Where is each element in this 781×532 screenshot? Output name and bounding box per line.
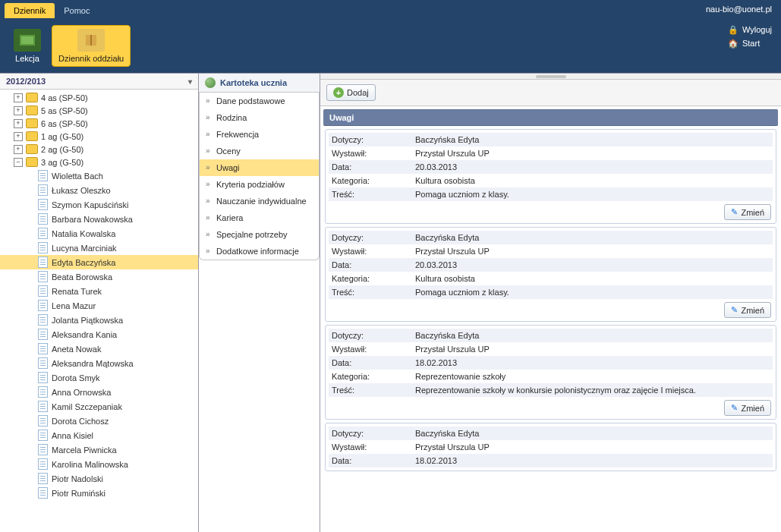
card-actions: ✎Zmień [329, 397, 773, 416]
tree-student-item[interactable]: Dorota Cichosz [0, 414, 198, 428]
ribbon-dziennik-button[interactable]: Dziennik oddziału [52, 25, 131, 67]
expand-icon[interactable]: + [14, 106, 23, 115]
top-tab-pomoc[interactable]: Pomoc [55, 3, 99, 18]
subnav-item[interactable]: Rodzina [200, 109, 319, 126]
top-tab-dziennik[interactable]: Dziennik [5, 3, 55, 18]
field-label: Treść: [332, 386, 415, 395]
tree-student-item[interactable]: Piotr Rumiński [0, 486, 198, 500]
tree-item-label: 4 as (SP-50) [41, 93, 88, 102]
document-icon [38, 430, 48, 441]
tree-item-label: Lucyna Marciniak [52, 244, 117, 253]
tree-student-item[interactable]: Aneta Nowak [0, 342, 198, 356]
subnav-item[interactable]: Dane podstawowe [200, 93, 319, 109]
collapse-icon[interactable]: − [14, 158, 23, 167]
subnav-item[interactable]: Frekwencja [200, 126, 319, 143]
tree-student-item[interactable]: Edyta Baczyńska [0, 255, 198, 269]
subnav-item[interactable]: Nauczanie indywidualne [200, 193, 319, 209]
folder-icon [26, 105, 38, 115]
tree-folder[interactable]: +2 ag (G-50) [0, 143, 198, 156]
start-link[interactable]: 🏠 Start [729, 36, 772, 50]
field-value: 20.03.2013 [415, 162, 770, 172]
tree-item-label: 6 as (SP-50) [41, 119, 88, 128]
subnav-item[interactable]: Uwagi [200, 159, 319, 176]
subnav-item[interactable]: Dodatkowe informacje [200, 243, 319, 260]
tree-item-label: Beata Borowska [52, 272, 112, 282]
document-icon [38, 257, 48, 268]
subnav-item[interactable]: Kryteria podziałów [200, 176, 319, 193]
tree-student-item[interactable]: Marcela Piwnicka [0, 442, 198, 457]
folder-icon [26, 93, 38, 102]
tree-item-label: 3 ag (G-50) [41, 158, 83, 167]
tree-folder[interactable]: +1 ag (G-50) [0, 130, 198, 143]
field-row: Data:20.03.2013 [329, 160, 773, 174]
tree-student-item[interactable]: Kamil Szczepaniak [0, 399, 198, 414]
folder-icon [26, 131, 38, 141]
document-icon [38, 242, 48, 253]
tree-student-item[interactable]: Aleksandra Kania [0, 327, 198, 342]
document-icon [38, 329, 48, 340]
subnav-item[interactable]: Oceny [200, 143, 319, 159]
tree-item-label: Edyta Baczyńska [52, 258, 115, 267]
svg-rect-1 [21, 36, 33, 44]
tree-folder[interactable]: +6 as (SP-50) [0, 117, 198, 130]
splitter-handle[interactable] [320, 74, 781, 80]
edit-button[interactable]: ✎Zmień [724, 204, 771, 220]
field-row: Wystawił:Przystał Urszula UP [329, 146, 773, 160]
tree-folder[interactable]: +5 as (SP-50) [0, 104, 198, 117]
remark-card: Dotyczy:Baczyńska EdytaWystawił:Przystał… [325, 325, 776, 420]
document-icon [38, 199, 48, 210]
tree-student-item[interactable]: Dorota Smyk [0, 370, 198, 385]
tree-student-item[interactable]: Anna Kisiel [0, 428, 198, 442]
svg-rect-3 [90, 35, 92, 46]
subnav-item[interactable]: Kariera [200, 209, 319, 226]
tree-folder[interactable]: +4 as (SP-50) [0, 91, 198, 104]
student-icon [205, 77, 216, 88]
document-icon [38, 401, 48, 412]
logout-link[interactable]: 🔒 Wyloguj [729, 23, 772, 36]
year-selector[interactable]: 2012/2013 ▾ [0, 74, 198, 90]
folder-icon [26, 157, 38, 167]
tree-student-item[interactable]: Wioletta Bach [0, 168, 198, 183]
tree[interactable]: +4 as (SP-50)+5 as (SP-50)+6 as (SP-50)+… [0, 90, 198, 532]
tree-student-item[interactable]: Natalia Kowalska [0, 226, 198, 241]
tree-item-label: Łukasz Oleszko [52, 186, 111, 195]
edit-button-label: Zmień [741, 208, 764, 217]
tree-student-item[interactable]: Szymon Kapuściński [0, 197, 198, 212]
tree-student-item[interactable]: Lena Mazur [0, 298, 198, 313]
tree-student-item[interactable]: Łukasz Oleszko [0, 183, 198, 197]
tree-item-label: Kamil Szczepaniak [52, 402, 122, 411]
tree-student-item[interactable]: Karolina Malinowska [0, 457, 198, 471]
tree-item-label: Anna Ornowska [52, 388, 111, 397]
field-value: Przystał Urszula UP [415, 247, 770, 256]
tree-student-item[interactable]: Anna Ornowska [0, 385, 198, 399]
edit-button[interactable]: ✎Zmień [724, 302, 771, 318]
expand-icon[interactable]: + [14, 145, 23, 154]
edit-button[interactable]: ✎Zmień [724, 400, 771, 416]
expand-icon[interactable]: + [14, 119, 23, 128]
expand-icon[interactable]: + [14, 132, 23, 141]
field-row: Kategoria:Kultura osobista [329, 174, 773, 187]
tree-item-label: Barbara Nowakowska [52, 215, 133, 224]
ribbon-lekcja-button[interactable]: Lekcja [6, 26, 49, 66]
add-button[interactable]: + Dodaj [326, 84, 376, 101]
tree-item-label: Natalia Kowalska [52, 229, 115, 238]
field-row: Treść:Pomaga uczniom z klasy. [329, 285, 773, 299]
field-label: Data: [332, 358, 415, 367]
tree-student-item[interactable]: Lucyna Marciniak [0, 241, 198, 255]
subnav-item[interactable]: Specjalne potrzeby [200, 226, 319, 243]
ribbon-links: 🔒 Wyloguj 🏠 Start [729, 23, 772, 50]
tree-student-item[interactable]: Beata Borowska [0, 269, 198, 284]
tree-student-item[interactable]: Renata Turek [0, 284, 198, 298]
tree-student-item[interactable]: Aleksandra Mątowska [0, 356, 198, 370]
records-scroll[interactable]: Uwagi Dotyczy:Baczyńska EdytaWystawił:Pr… [320, 106, 781, 532]
tree-student-item[interactable]: Jolanta Piątkowska [0, 313, 198, 327]
tree-student-item[interactable]: Piotr Nadolski [0, 471, 198, 486]
field-value: Pomaga uczniom z klasy. [415, 288, 770, 297]
tree-student-item[interactable]: Barbara Nowakowska [0, 212, 198, 226]
field-row: Treść:Reprezentowanie szkoły w konkursie… [329, 383, 773, 397]
ribbon-dziennik-label: Dziennik oddziału [58, 54, 124, 63]
expand-icon[interactable]: + [14, 93, 23, 102]
tree-folder[interactable]: −3 ag (G-50) [0, 156, 198, 168]
start-label: Start [742, 36, 760, 50]
field-value: Kultura osobista [415, 176, 770, 185]
